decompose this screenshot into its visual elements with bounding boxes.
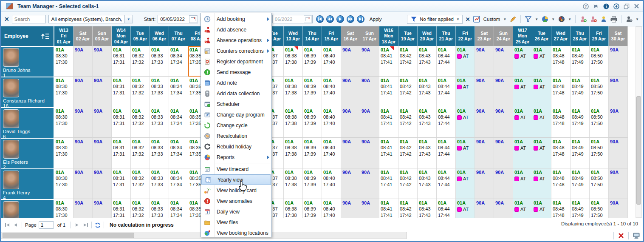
schedule-cell[interactable]: 01A08:5017:50 <box>590 138 609 168</box>
employee-settings-icon[interactable] <box>625 16 633 23</box>
vertical-scrollbar[interactable] <box>636 26 642 218</box>
schedule-cell[interactable]: 90A <box>609 46 628 77</box>
schedule-cell[interactable]: 01A08:4017:40 <box>322 46 341 77</box>
day-header-30-apr[interactable]: Sat30 Apr <box>609 26 628 46</box>
schedule-cell[interactable]: 01A08:5017:50 <box>590 107 609 138</box>
schedule-cell[interactable]: 01A08:3017:30 <box>54 77 73 107</box>
schedule-cell[interactable]: 01A08:3417:34 <box>169 46 188 77</box>
day-header-24-apr[interactable]: Sun24 Apr <box>494 26 513 46</box>
schedule-cell[interactable]: 01A08:3117:31 <box>112 138 131 168</box>
chevron-down-icon[interactable]: ▼ <box>124 15 133 23</box>
help-icon[interactable]: ? <box>582 3 589 9</box>
chevron-down-icon[interactable]: ▼ <box>551 17 555 21</box>
menu-item-view-booking-locations[interactable]: View booking locations <box>201 228 271 238</box>
schedule-cell[interactable]: 01A08:4317:43 <box>418 46 437 77</box>
schedule-cell[interactable]: 01A08:4217:42 <box>398 168 418 199</box>
schedule-cell[interactable]: 01AAT <box>513 199 532 218</box>
menu-item-counters-corrections[interactable]: Counters corrections <box>201 46 271 56</box>
day-header-06-apr[interactable]: Wed06 Apr <box>150 26 169 46</box>
day-header-15-apr[interactable]: Fri15 Apr <box>322 26 341 46</box>
menu-item-send-message[interactable]: Send message <box>201 67 271 77</box>
schedule-cell[interactable]: 01A08:4017:40 <box>322 168 341 199</box>
previous-period-button[interactable] <box>326 15 334 23</box>
schedule-cell[interactable]: 01A08:4417:44 <box>437 77 456 107</box>
close-icon[interactable] <box>633 3 640 9</box>
first-page-icon[interactable] <box>4 222 10 228</box>
chevron-down-icon[interactable]: ▼ <box>535 17 538 21</box>
employee-panel[interactable]: David Triggs6 <box>1 107 54 138</box>
day-header-16-apr[interactable]: Sat16 Apr <box>341 26 360 46</box>
schedule-cell[interactable]: 01A08:4017:40 <box>322 138 341 168</box>
schedule-cell[interactable]: 01AAT <box>513 138 532 168</box>
schedule-cell[interactable]: 90A <box>341 77 360 107</box>
schedule-cell[interactable]: 90A <box>360 46 379 77</box>
schedule-cell[interactable]: 01A08:4417:44 <box>437 46 456 77</box>
schedule-cell[interactable]: 01A08:5017:50 <box>590 168 609 199</box>
horizontal-scrollbar-thumb[interactable] <box>3 233 134 238</box>
menu-item-view-timecard[interactable]: View timecard <box>201 164 271 174</box>
clear-filter-icon[interactable]: ✕ <box>466 16 470 23</box>
edit-pencil-icon[interactable] <box>509 16 517 23</box>
schedule-cell[interactable]: 01A08:4117:41 <box>379 138 398 168</box>
first-period-button[interactable] <box>316 15 324 23</box>
schedule-cell[interactable]: 01A08:4817:48 <box>551 107 571 138</box>
schedule-cell[interactable]: 01A08:4917:49 <box>571 199 590 218</box>
schedule-cell[interactable]: 01AAT <box>456 77 475 107</box>
day-header-18-apr[interactable]: W16Mon18 Apr <box>379 26 398 46</box>
schedule-cell[interactable]: 01A08:4817:48 <box>551 138 571 168</box>
info-icon[interactable] <box>603 3 609 9</box>
schedule-cell[interactable]: 01AAT <box>513 107 532 138</box>
schedule-cell[interactable]: 01A08:4917:49 <box>571 46 590 77</box>
schedule-cell[interactable]: 90A <box>475 138 494 168</box>
schedule-cell[interactable]: 01A08:4817:48 <box>551 199 571 218</box>
schedule-cell[interactable]: 01A08:3917:39 <box>303 138 322 168</box>
schedule-cell[interactable]: 90A <box>475 168 494 199</box>
schedule-cell[interactable]: 01A08:3117:31 <box>112 77 131 107</box>
schedule-cell[interactable]: 01A08:3017:30 <box>54 199 73 218</box>
schedule-cell[interactable]: 90A <box>609 199 628 218</box>
schedule-cell[interactable]: 01AAT <box>532 199 551 218</box>
schedule-cell[interactable]: 01A08:3217:32 <box>131 107 150 138</box>
pie-chart-icon[interactable] <box>541 16 548 23</box>
custom-view-icon[interactable] <box>473 16 480 23</box>
schedule-cell[interactable]: 01A08:4117:41 <box>379 107 398 138</box>
next-period-button[interactable] <box>347 15 354 23</box>
schedule-cell[interactable]: 01A08:4217:42 <box>398 199 418 218</box>
schedule-cell[interactable]: 01A08:3117:31 <box>112 199 131 218</box>
day-header-03-apr[interactable]: Sun03 Apr <box>93 26 112 46</box>
last-period-button[interactable] <box>357 15 364 23</box>
schedule-cell[interactable]: 90A <box>494 168 513 199</box>
employee-icon[interactable] <box>600 16 607 23</box>
sort-icon[interactable] <box>41 32 50 40</box>
schedule-cell[interactable]: 01AAT <box>532 138 551 168</box>
schedule-cell[interactable]: 90A <box>475 46 494 77</box>
employee-panel[interactable]: Els Peeters2 <box>1 138 54 168</box>
schedule-cell[interactable]: 01A08:3417:34 <box>169 107 188 138</box>
day-header-19-apr[interactable]: Tue19 Apr <box>398 26 418 46</box>
schedule-cell[interactable]: 90A <box>360 138 379 168</box>
day-header-21-apr[interactable]: Thu21 Apr <box>437 26 456 46</box>
schedule-cell[interactable]: 01A08:4417:44 <box>437 107 456 138</box>
schedule-cell[interactable]: 01AAT <box>532 107 551 138</box>
print-icon[interactable] <box>610 16 617 23</box>
day-header-26-apr[interactable]: Tue26 Apr <box>532 26 551 46</box>
schedule-cell[interactable]: 01A08:3917:39 <box>303 168 322 199</box>
pin-icon[interactable] <box>593 3 599 9</box>
schedule-cell[interactable]: 90A <box>341 199 360 218</box>
schedule-cell[interactable]: 01A08:4817:48 <box>551 168 571 199</box>
schedule-cell[interactable]: 01A08:4217:42 <box>398 77 418 107</box>
schedule-cell[interactable]: 01A08:3817:38 <box>284 46 303 77</box>
schedule-cell[interactable]: 01AAT <box>532 46 551 77</box>
schedule-cell[interactable]: 01A08:3017:30 <box>54 138 73 168</box>
schedule-cell[interactable]: 90A <box>93 77 112 107</box>
day-header-23-apr[interactable]: Sat23 Apr <box>475 26 494 46</box>
menu-item-yearly-view[interactable]: Yearly view <box>201 174 271 185</box>
day-header-22-apr[interactable]: Fri22 Apr <box>456 26 475 46</box>
download-circle-icon[interactable] <box>613 3 619 9</box>
schedule-cell[interactable]: 01A08:3817:38 <box>284 168 303 199</box>
schedule-cell[interactable]: 01A08:3217:32 <box>131 138 150 168</box>
employee-filter-select[interactable]: All employees (System), Branch, ▼ <box>48 15 133 23</box>
schedule-cell[interactable]: 01A08:4017:40 <box>322 199 341 218</box>
play-button[interactable] <box>336 15 344 23</box>
schedule-cell[interactable]: 90A <box>494 138 513 168</box>
